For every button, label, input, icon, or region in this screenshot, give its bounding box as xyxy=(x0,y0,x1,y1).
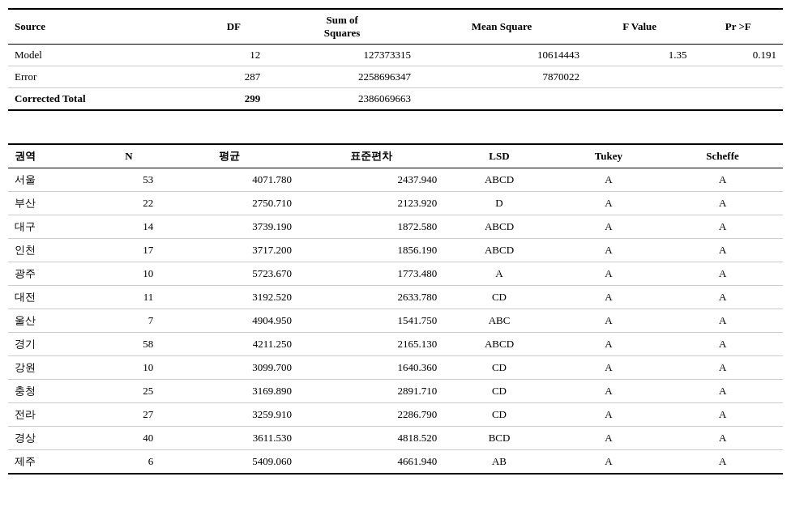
cell-sd: 1640.360 xyxy=(298,356,443,380)
cell-n: 27 xyxy=(98,403,160,427)
cell-ss: 2258696347 xyxy=(267,66,417,88)
cell-n: 6 xyxy=(98,450,160,475)
cell-tukey: A xyxy=(555,192,662,215)
cell-lsd: ABC xyxy=(443,309,554,333)
cell-tukey: A xyxy=(555,403,662,427)
cell-tukey: A xyxy=(555,450,662,475)
cell-region: 제주 xyxy=(8,450,98,475)
cell-region: 서울 xyxy=(8,168,98,192)
cell-region: 충청 xyxy=(8,380,98,403)
cell-scheffe: A xyxy=(662,192,783,215)
cell-scheffe: A xyxy=(662,262,783,286)
col-df: DF xyxy=(201,9,267,45)
cell-source: Corrected Total xyxy=(8,88,201,111)
region-table: 권역 N 평균 표준편차 LSD Tukey Scheffe 서울 53 407… xyxy=(8,143,783,475)
cell-sd: 1541.750 xyxy=(298,309,443,333)
cell-n: 58 xyxy=(98,333,160,356)
cell-sd: 1856.190 xyxy=(298,239,443,262)
cell-region: 대전 xyxy=(8,286,98,309)
cell-source: Error xyxy=(8,66,201,88)
cell-fval: 1.35 xyxy=(586,45,694,66)
cell-n: 10 xyxy=(98,262,160,286)
cell-scheffe: A xyxy=(662,309,783,333)
cell-region: 경기 xyxy=(8,333,98,356)
cell-region: 부산 xyxy=(8,192,98,215)
col-sd: 표준편차 xyxy=(298,144,443,168)
cell-pr: 0.191 xyxy=(694,45,783,66)
cell-scheffe: A xyxy=(662,356,783,380)
cell-scheffe: A xyxy=(662,333,783,356)
cell-n: 10 xyxy=(98,356,160,380)
cell-region: 대구 xyxy=(8,215,98,239)
cell-region: 경상 xyxy=(8,427,98,450)
col-lsd: LSD xyxy=(443,144,554,168)
cell-mean: 3611.530 xyxy=(160,427,298,450)
cell-mean: 3169.890 xyxy=(160,380,298,403)
cell-mean: 5409.060 xyxy=(160,450,298,475)
cell-sd: 2891.710 xyxy=(298,380,443,403)
cell-ss: 2386069663 xyxy=(267,88,417,111)
cell-lsd: AB xyxy=(443,450,554,475)
col-n: N xyxy=(98,144,160,168)
cell-ss: 127373315 xyxy=(267,45,417,66)
cell-n: 11 xyxy=(98,286,160,309)
cell-sd: 4818.520 xyxy=(298,427,443,450)
cell-lsd: A xyxy=(443,262,554,286)
table-row: 충청 25 3169.890 2891.710 CD A A xyxy=(8,380,783,403)
cell-tukey: A xyxy=(555,239,662,262)
cell-df: 299 xyxy=(201,88,267,111)
cell-mean: 3739.190 xyxy=(160,215,298,239)
table-row: 강원 10 3099.700 1640.360 CD A A xyxy=(8,356,783,380)
cell-scheffe: A xyxy=(662,168,783,192)
col-mean: 평균 xyxy=(160,144,298,168)
col-tukey: Tukey xyxy=(555,144,662,168)
cell-sd: 2123.920 xyxy=(298,192,443,215)
cell-tukey: A xyxy=(555,309,662,333)
cell-source: Model xyxy=(8,45,201,66)
cell-tukey: A xyxy=(555,168,662,192)
cell-lsd: CD xyxy=(443,356,554,380)
table-row: 대전 11 3192.520 2633.780 CD A A xyxy=(8,286,783,309)
cell-scheffe: A xyxy=(662,450,783,475)
table-row: 광주 10 5723.670 1773.480 A A A xyxy=(8,262,783,286)
cell-n: 14 xyxy=(98,215,160,239)
cell-df: 287 xyxy=(201,66,267,88)
cell-mean: 3259.910 xyxy=(160,403,298,427)
cell-sd: 4661.940 xyxy=(298,450,443,475)
cell-region: 울산 xyxy=(8,309,98,333)
col-ss: Sum ofSquares xyxy=(267,9,417,45)
cell-n: 17 xyxy=(98,239,160,262)
cell-scheffe: A xyxy=(662,380,783,403)
cell-scheffe: A xyxy=(662,215,783,239)
cell-lsd: BCD xyxy=(443,427,554,450)
cell-tukey: A xyxy=(555,286,662,309)
cell-lsd: ABCD xyxy=(443,239,554,262)
cell-n: 25 xyxy=(98,380,160,403)
table-row: 경상 40 3611.530 4818.520 BCD A A xyxy=(8,427,783,450)
cell-n: 53 xyxy=(98,168,160,192)
cell-mean: 3099.700 xyxy=(160,356,298,380)
cell-region: 강원 xyxy=(8,356,98,380)
table-row: 제주 6 5409.060 4661.940 AB A A xyxy=(8,450,783,475)
cell-mean: 4904.950 xyxy=(160,309,298,333)
cell-sd: 1872.580 xyxy=(298,215,443,239)
cell-lsd: CD xyxy=(443,403,554,427)
cell-mean: 4211.250 xyxy=(160,333,298,356)
cell-sd: 2633.780 xyxy=(298,286,443,309)
cell-pr xyxy=(694,66,783,88)
cell-mean: 3192.520 xyxy=(160,286,298,309)
cell-ms xyxy=(417,88,586,111)
cell-tukey: A xyxy=(555,262,662,286)
cell-df: 12 xyxy=(201,45,267,66)
col-source: Source xyxy=(8,9,201,45)
cell-region: 전라 xyxy=(8,403,98,427)
cell-tukey: A xyxy=(555,356,662,380)
cell-fval xyxy=(586,88,694,111)
cell-scheffe: A xyxy=(662,403,783,427)
table-row: 인천 17 3717.200 1856.190 ABCD A A xyxy=(8,239,783,262)
table-row: 서울 53 4071.780 2437.940 ABCD A A xyxy=(8,168,783,192)
cell-n: 22 xyxy=(98,192,160,215)
cell-tukey: A xyxy=(555,215,662,239)
cell-mean: 3717.200 xyxy=(160,239,298,262)
table-row: 울산 7 4904.950 1541.750 ABC A A xyxy=(8,309,783,333)
